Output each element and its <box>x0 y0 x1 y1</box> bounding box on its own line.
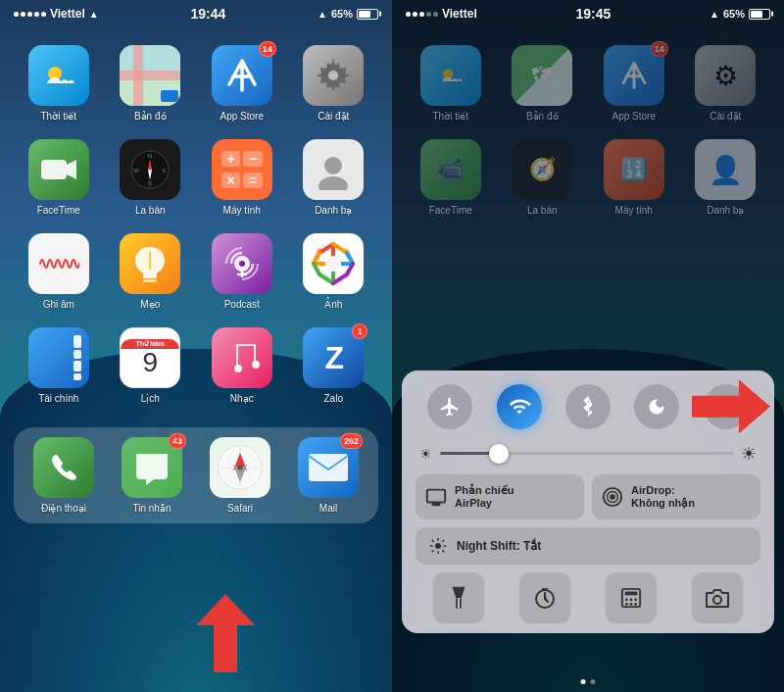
svg-point-32 <box>234 365 242 372</box>
control-center-panel: ☀ ☀ Phản chiếuAirPlay <box>402 371 774 633</box>
app-maps[interactable]: 280 Bản đồ <box>110 45 192 122</box>
signal-dots <box>14 12 46 17</box>
contacts-label: Danh bạ <box>315 205 352 216</box>
app-icon-wrap-settings <box>303 45 364 106</box>
timer-button[interactable] <box>519 572 570 623</box>
location-icon: ▲ <box>318 9 327 20</box>
svg-rect-6 <box>161 90 178 102</box>
dock-safari[interactable]: Safari <box>210 437 270 514</box>
app-icon-wrap-calendar: Thứ Năm 9 <box>120 327 180 388</box>
arrow-left-shape <box>692 379 770 433</box>
weather-icon <box>28 45 89 106</box>
wifi-toggle[interactable] <box>497 384 542 429</box>
svg-rect-4 <box>120 71 180 80</box>
app-icon-wrap-finance <box>28 327 89 388</box>
compass-label: La bàn <box>135 205 166 216</box>
app-icon-wrap-weather <box>28 45 89 106</box>
page-dots <box>581 679 596 684</box>
dock-safari-wrap <box>210 437 270 498</box>
app-calendar[interactable]: Thứ Năm 9 Lịch <box>110 327 192 404</box>
dock-mail-wrap: 262 <box>298 437 359 498</box>
svg-point-56 <box>634 598 637 601</box>
dock-mail[interactable]: 262 Mail <box>298 437 359 514</box>
night-shift-button[interactable]: Night Shift: Tắt <box>416 527 760 565</box>
r-compass-icon: 🧭 <box>512 139 572 200</box>
app-settings[interactable]: Cài đặt <box>293 45 375 122</box>
airplane-toggle[interactable] <box>427 384 472 429</box>
brightness-slider[interactable] <box>440 452 733 455</box>
calculator-label: Máy tính <box>223 205 261 216</box>
mail-badge: 262 <box>340 433 363 449</box>
r-contacts: 👤 Danh bạ <box>685 139 767 216</box>
airplay-button[interactable]: Phản chiếuAirPlay <box>416 474 584 519</box>
compass-icon: N S W E <box>120 139 180 200</box>
calculator-tool-button[interactable] <box>606 572 657 623</box>
app-facetime[interactable]: FaceTime <box>18 139 100 216</box>
app-zalo[interactable]: Z 1 Zalo <box>293 327 375 404</box>
left-panel: Viettel ▲ 19:44 ▲ 65% Thời tiết <box>0 0 392 692</box>
left-status-left: Viettel ▲ <box>14 7 99 21</box>
app-icon-wrap-music <box>212 327 272 388</box>
svg-point-47 <box>435 543 441 549</box>
dock-messages[interactable]: 43 Tin nhắn <box>122 437 182 514</box>
app-finance[interactable]: Tài chính <box>18 327 100 404</box>
app-contacts[interactable]: Danh bạ <box>293 139 375 216</box>
moon-toggle[interactable] <box>634 384 679 429</box>
music-icon <box>212 327 272 388</box>
app-photos[interactable]: Ảnh <box>293 233 375 310</box>
svg-point-57 <box>625 603 628 606</box>
svg-rect-29 <box>236 344 238 368</box>
r-compass: 🧭 La bàn <box>502 139 584 216</box>
app-appstore[interactable]: 14 App Store <box>201 45 283 122</box>
r-maps: 🗺 Bản đồ <box>502 45 584 122</box>
r-weather: Thời tiết <box>410 45 492 122</box>
messages-label: Tin nhắn <box>133 503 172 514</box>
flashlight-button[interactable] <box>433 572 484 623</box>
slider-thumb[interactable] <box>489 444 509 464</box>
app-music[interactable]: Nhạc <box>201 327 283 404</box>
calculator-icon: + − × = <box>212 139 272 200</box>
carrier-label: Viettel <box>50 7 85 21</box>
right-location-icon: ▲ <box>710 9 719 20</box>
tool-row <box>416 572 760 623</box>
left-status-right: ▲ 65% <box>318 8 378 20</box>
dock-phone[interactable]: Điện thoại <box>33 437 94 514</box>
svg-point-20 <box>318 176 348 190</box>
r-contacts-icon: 👤 <box>695 139 756 200</box>
settings-icon <box>303 45 364 106</box>
r-weather-icon <box>420 45 481 106</box>
r-appstore: 14 App Store <box>593 45 675 122</box>
bluetooth-toggle[interactable] <box>565 384 611 429</box>
airplay-label: Phản chiếuAirPlay <box>455 484 514 510</box>
tips-icon <box>120 233 180 294</box>
app-icon-wrap-facetime <box>28 139 89 200</box>
left-status-bar: Viettel ▲ 19:44 ▲ 65% <box>0 0 392 25</box>
camera-button[interactable] <box>692 572 743 623</box>
r-weather-label: Thời tiết <box>433 111 468 122</box>
airdrop-button[interactable]: AirDrop:Không nhận <box>592 474 760 519</box>
r-calc: 🔢 Máy tính <box>593 139 675 216</box>
r-compass-label: La bàn <box>527 205 558 216</box>
svg-text:W: W <box>133 168 139 173</box>
app-weather[interactable]: Thời tiết <box>18 45 100 122</box>
maps-label: Bản đồ <box>134 111 167 122</box>
safari-label: Safari <box>227 503 253 514</box>
r-maps-label: Bản đồ <box>526 111 559 122</box>
app-tips[interactable]: Mẹo <box>110 233 192 310</box>
dock-phone-wrap <box>33 437 94 498</box>
music-label: Nhạc <box>230 393 254 404</box>
svg-point-8 <box>328 71 338 80</box>
svg-marker-10 <box>67 160 76 179</box>
app-compass[interactable]: N S W E La bàn <box>110 139 192 216</box>
appstore-label: App Store <box>220 111 264 122</box>
podcasts-label: Podcast <box>224 299 260 310</box>
app-icon-wrap-photos <box>303 233 364 294</box>
app-podcasts[interactable]: Podcast <box>201 233 283 310</box>
podcasts-icon <box>212 233 272 294</box>
right-app-grid-dimmed: Thời tiết 🗺 Bản đồ 14 App Store ⚙ Cài đặ… <box>392 25 784 231</box>
zalo-label: Zalo <box>324 393 343 404</box>
app-icon-wrap-maps: 280 <box>120 45 180 106</box>
voice-icon <box>28 233 89 294</box>
app-calculator[interactable]: + − × = Máy tính <box>201 139 283 216</box>
app-voice[interactable]: Ghi âm <box>18 233 100 310</box>
